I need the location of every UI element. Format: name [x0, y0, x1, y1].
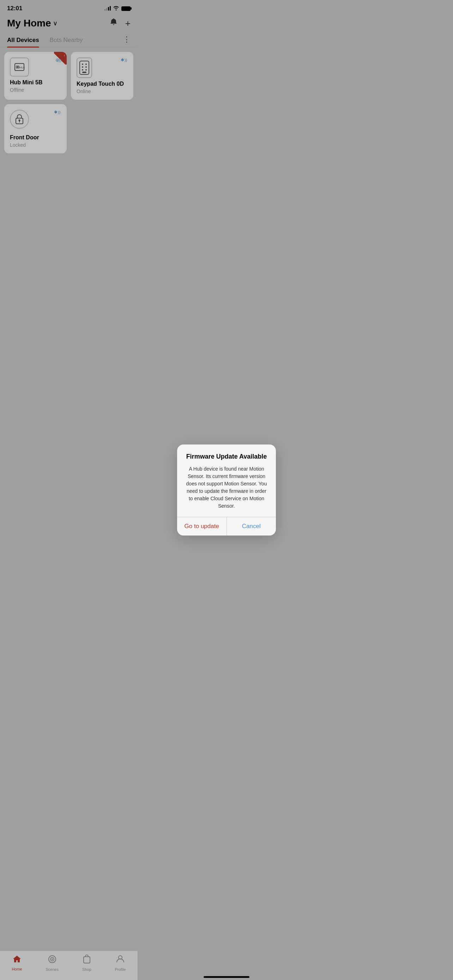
- modal-overlay[interactable]: Firmware Update Available A Hub device i…: [0, 0, 138, 298]
